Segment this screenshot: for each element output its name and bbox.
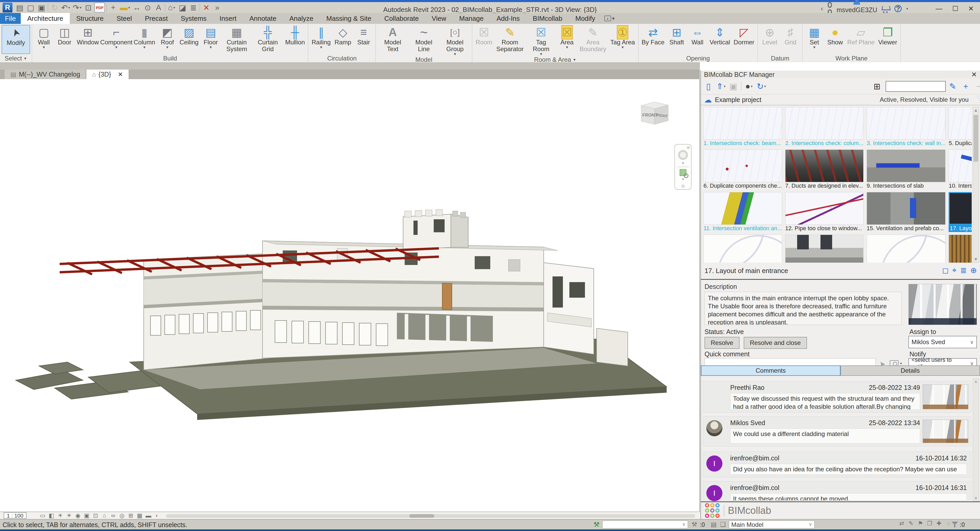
dropdown-caret-icon[interactable]: ▾: [68, 5, 70, 10]
issue-item[interactable]: [948, 234, 972, 263]
reveal-hidden-elements-icon[interactable]: ∞: [110, 512, 117, 519]
import-bcf-icon[interactable]: ⇑▾: [716, 81, 726, 92]
viewpoint-thumbnail[interactable]: [908, 284, 977, 325]
ribbon-button[interactable]: Set ▼: [804, 25, 824, 49]
edit-issue-icon[interactable]: ✎: [948, 81, 958, 92]
scroll-down-icon[interactable]: ▼: [973, 256, 979, 262]
selection-filter-icon[interactable]: [951, 521, 958, 527]
ribbon-button[interactable]: Ceiling ▼: [178, 25, 200, 46]
issue-thumbnail[interactable]: [948, 107, 972, 140]
open-icon[interactable]: ▢: [26, 3, 35, 13]
new-issue-icon[interactable]: ▯: [703, 81, 713, 92]
issue-item[interactable]: 12. Pipe too close to window...: [785, 192, 864, 234]
save-icon[interactable]: ▣: [37, 3, 46, 13]
scroll-up-icon[interactable]: ▲: [973, 107, 979, 113]
connect-icon[interactable]: ●▾: [744, 81, 754, 92]
issue-thumbnail[interactable]: [703, 234, 782, 263]
issue-item[interactable]: 15. Ventilation and prefab co...: [867, 192, 945, 234]
issue-item[interactable]: 7. Ducts are designed in elev...: [785, 150, 864, 192]
issue-thumbnail[interactable]: [703, 107, 782, 140]
issue-item[interactable]: [703, 234, 782, 263]
horizontal-scrollbar[interactable]: [166, 514, 695, 518]
scrollbar-thumb[interactable]: [409, 514, 434, 518]
comments-scrollbar[interactable]: ∧ ∨: [973, 378, 979, 501]
issue-thumbnail[interactable]: [703, 150, 782, 182]
ribbon-button[interactable]: Grid ▼: [780, 25, 800, 46]
steering-wheel-icon[interactable]: [678, 150, 688, 160]
ribbon-button[interactable]: Curtain System ▼: [221, 25, 252, 53]
ribbon-button[interactable]: Model Line ▼: [409, 25, 439, 53]
app-store-icon[interactable]: [882, 6, 890, 11]
ribbon-tab[interactable]: Manage: [453, 13, 490, 24]
issue-thumbnail[interactable]: [785, 192, 864, 225]
ribbon-button[interactable]: Stair ▼: [353, 25, 374, 46]
issue-item[interactable]: 2. Intersections check: colum...: [785, 107, 864, 150]
issue-thumbnail[interactable]: [867, 234, 945, 263]
measure-icon[interactable]: ▬▾: [119, 3, 130, 13]
save-bcf-icon[interactable]: ▣: [729, 81, 738, 92]
ribbon-button[interactable]: Curtain Grid ▼: [252, 25, 283, 53]
default-3d-view-icon[interactable]: ⌂▾: [167, 3, 176, 13]
comment-card[interactable]: I irenfroe@bim.col 16-10-2014 16:31 It s…: [703, 481, 971, 504]
panel-label[interactable]: Opening▼: [640, 54, 756, 62]
view-tab-3d[interactable]: ⌂ {3D} ✕: [86, 70, 129, 79]
close-view-icon[interactable]: ✕: [118, 71, 123, 78]
panel-label[interactable]: Select▼: [2, 54, 30, 62]
issue-thumbnail[interactable]: [703, 192, 782, 225]
ribbon-display-toggle[interactable]: ▴▾: [605, 13, 615, 24]
remove-issue-icon[interactable]: −: [974, 81, 980, 92]
issue-item[interactable]: 5. Duplicate components che...: [948, 107, 972, 150]
add-issue-icon[interactable]: +: [961, 81, 970, 92]
ribbon-tab[interactable]: Massing & Site: [320, 13, 378, 24]
issue-item[interactable]: [867, 234, 945, 263]
ribbon-tab[interactable]: Steel: [110, 13, 138, 24]
ribbon-button[interactable]: Railing ▼: [310, 25, 332, 49]
collapse-viewbar-icon[interactable]: ‹: [156, 512, 158, 519]
issue-item[interactable]: 1. Intersections check: beam...: [703, 107, 782, 150]
ribbon-tab[interactable]: Collaborate: [378, 13, 425, 24]
issue-thumbnail[interactable]: [948, 234, 972, 263]
show-crop-region-icon[interactable]: ▭: [39, 512, 46, 519]
view-grid-icon[interactable]: ⊞: [872, 81, 882, 92]
editing-requests-icon[interactable]: ⚒: [692, 521, 697, 528]
camera-caret-icon[interactable]: ▾: [900, 361, 902, 365]
ribbon-button[interactable]: Roof ▼: [157, 25, 177, 49]
properties-icon[interactable]: ▤: [15, 3, 24, 13]
view-tab-changelog[interactable]: ▤ M(--)_WV Changelog: [5, 70, 86, 79]
ribbon-button[interactable]: Vertical ▼: [708, 25, 732, 46]
zoom-issue-icon[interactable]: ⊕: [970, 266, 977, 275]
ribbon-tab[interactable]: Insert: [213, 13, 243, 24]
ribbon-button[interactable]: Wall ▼: [34, 25, 54, 49]
ribbon-button[interactable]: Wall ▼: [687, 25, 708, 46]
lock-3d-view-icon[interactable]: ▬: [145, 512, 152, 519]
ribbon-button[interactable]: Model Group ▼: [440, 25, 470, 56]
navbar-options-icon[interactable]: ⊖: [681, 183, 685, 189]
print-icon[interactable]: ⊡: [84, 3, 93, 13]
text-icon[interactable]: A: [154, 3, 163, 13]
ribbon-button[interactable]: Viewer ▼: [877, 25, 899, 46]
shadows-icon[interactable]: ☀: [65, 512, 73, 519]
tab-comments[interactable]: Comments: [701, 365, 840, 376]
comment-card[interactable]: Preethi Rao 25-08-2022 13:49 Today we di…: [703, 381, 971, 413]
help-icon[interactable]: ?: [894, 5, 902, 12]
ribbon-button[interactable]: Area Boundary ▼: [578, 25, 608, 53]
panel-label[interactable]: Build▼: [34, 54, 306, 62]
ribbon-button[interactable]: Column ▼: [132, 25, 157, 49]
maximize-button[interactable]: ☐: [950, 5, 961, 13]
ribbon-button[interactable]: Modify ▼: [2, 25, 30, 54]
issue-thumbnail[interactable]: [948, 150, 972, 182]
scrollbar-thumb[interactable]: [974, 115, 978, 162]
ribbon-button[interactable]: Room ▼: [474, 25, 494, 46]
issue-thumbnail[interactable]: [785, 150, 864, 182]
ribbon-tab[interactable]: BIMcollab: [526, 13, 569, 24]
dropdown-caret-icon[interactable]: ▾: [80, 5, 81, 10]
ribbon-button[interactable]: Model Text ▼: [377, 25, 408, 53]
ribbon-button[interactable]: Window ▼: [75, 25, 100, 46]
issue-thumbnail[interactable]: [785, 234, 864, 263]
issue-item[interactable]: 17. Layout of main entrance: [948, 192, 972, 234]
navigation-bar[interactable]: ⊗ ▾ ▾ ⊖: [675, 144, 692, 190]
ribbon-button[interactable]: By Face ▼: [640, 25, 666, 46]
issue-thumbnail[interactable]: [785, 107, 864, 140]
temporary-hide-isolate-icon[interactable]: ◎: [118, 512, 126, 519]
drag-elements-on-selection-icon[interactable]: ✚: [935, 520, 943, 527]
